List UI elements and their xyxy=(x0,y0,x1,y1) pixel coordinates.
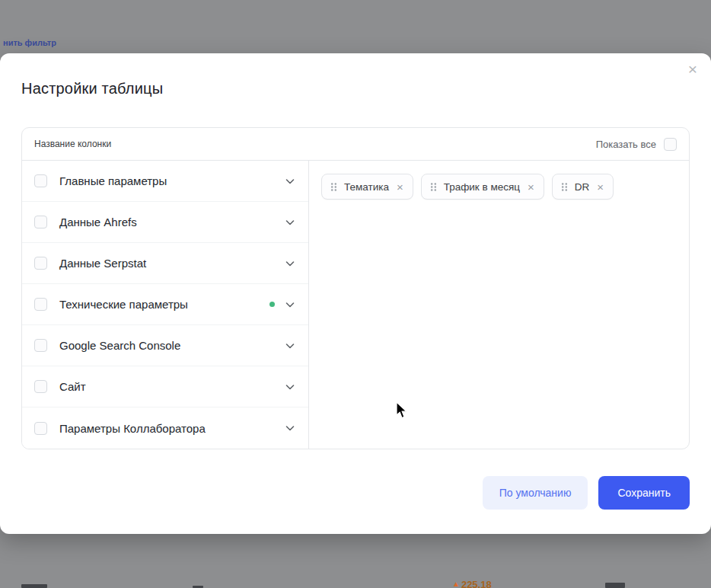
category-row-site[interactable]: Сайт xyxy=(22,366,308,407)
chip-label: Трафик в месяц xyxy=(444,181,520,193)
category-label: Данные Serpstat xyxy=(59,257,146,270)
category-row-main-params[interactable]: Главные параметры xyxy=(22,161,308,202)
chevron-down-icon[interactable] xyxy=(284,175,296,187)
close-icon[interactable]: × xyxy=(396,181,404,193)
category-list: Главные параметры Данные Ahrefs Данные S… xyxy=(22,161,309,449)
category-checkbox[interactable] xyxy=(34,174,47,187)
category-checkbox[interactable] xyxy=(34,422,47,435)
chip-dr[interactable]: DR × xyxy=(552,174,614,200)
page-title: Настройки таблицы xyxy=(21,80,163,97)
category-row-ahrefs[interactable]: Данные Ahrefs xyxy=(22,202,308,243)
metric-value: 225.18 xyxy=(461,579,492,588)
category-row-serpstat[interactable]: Данные Serpstat xyxy=(22,243,308,284)
modal-footer: По умолчанию Сохранить xyxy=(483,476,690,510)
table-settings-modal: × Настройки таблицы Название колонки Пок… xyxy=(0,53,711,534)
chevron-down-icon[interactable] xyxy=(284,381,296,393)
chip-tematika[interactable]: Тематика × xyxy=(321,174,413,200)
category-label: Главные параметры xyxy=(59,174,167,187)
category-checkbox[interactable] xyxy=(34,257,47,270)
chip-traffic[interactable]: Трафик в месяц × xyxy=(421,174,544,200)
category-label: Параметры Коллаборатора xyxy=(59,422,206,435)
category-label: Google Search Console xyxy=(59,339,180,352)
partial-content xyxy=(21,584,47,588)
chevron-down-icon[interactable] xyxy=(284,340,296,352)
chip-label: Тематика xyxy=(344,181,389,193)
category-row-technical-params[interactable]: Технические параметры xyxy=(22,284,308,325)
chevron-down-icon[interactable] xyxy=(284,299,296,311)
save-button[interactable]: Сохранить xyxy=(598,476,690,510)
category-row-google-search-console[interactable]: Google Search Console xyxy=(22,325,308,366)
column-name-label: Название колонки xyxy=(34,139,111,149)
category-checkbox[interactable] xyxy=(34,216,47,228)
drag-handle-icon[interactable] xyxy=(330,182,337,192)
chevron-down-icon[interactable] xyxy=(284,257,296,270)
background-metric: ▲ 225.18 xyxy=(452,579,492,588)
close-icon[interactable]: × xyxy=(596,181,604,193)
show-all-label: Показать все xyxy=(596,139,656,150)
drag-handle-icon[interactable] xyxy=(430,182,437,192)
default-button[interactable]: По умолчанию xyxy=(483,476,588,510)
background-filter-link[interactable]: нить фильтр xyxy=(3,38,56,47)
category-checkbox[interactable] xyxy=(34,380,47,393)
close-icon[interactable]: × xyxy=(684,61,702,79)
category-label: Технические параметры xyxy=(59,298,188,311)
partial-content xyxy=(605,583,625,588)
page: { "background": { "top_link": "нить филь… xyxy=(0,0,711,588)
category-checkbox[interactable] xyxy=(34,298,47,311)
chevron-down-icon[interactable] xyxy=(284,422,296,434)
active-indicator-dot xyxy=(269,302,275,307)
selected-columns-area: Тематика × Трафик в месяц × xyxy=(309,161,689,449)
chevron-down-icon[interactable] xyxy=(284,216,296,228)
close-icon[interactable]: × xyxy=(527,181,535,193)
show-all-toggle[interactable]: Показать все xyxy=(596,138,677,151)
chip-label: DR xyxy=(575,181,590,193)
panel-header: Название колонки Показать все xyxy=(22,128,689,161)
columns-panel: Название колонки Показать все Главные па… xyxy=(21,127,690,449)
category-label: Данные Ahrefs xyxy=(59,216,137,228)
flame-icon: ▲ xyxy=(452,579,460,588)
category-row-collaborator-params[interactable]: Параметры Коллаборатора xyxy=(22,407,308,449)
drag-handle-icon[interactable] xyxy=(561,182,568,192)
show-all-checkbox[interactable] xyxy=(664,138,677,151)
category-checkbox[interactable] xyxy=(34,339,47,352)
category-label: Сайт xyxy=(59,380,86,393)
panel-body: Главные параметры Данные Ahrefs Данные S… xyxy=(22,161,689,449)
